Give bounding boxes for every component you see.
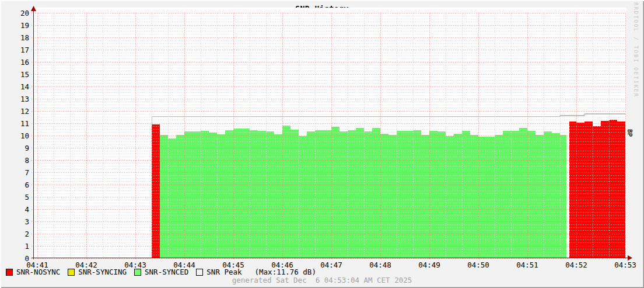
snr-bar (576, 123, 584, 258)
snr-bar (429, 131, 438, 258)
x-tick-label: 04:48 (369, 261, 391, 269)
x-tick-label: 04:47 (320, 261, 342, 269)
y-tick-label: 2 (24, 230, 29, 238)
snr-bar (160, 135, 168, 258)
snr-bar (617, 122, 625, 258)
snr-history-chart: 0123456789101112131415161718192004:4104:… (0, 0, 644, 288)
snr-bar (593, 126, 601, 258)
y-tick-label: 4 (24, 205, 29, 214)
peak-swatch-icon (196, 269, 203, 276)
snr-bar (258, 131, 266, 258)
y-tick-label: 6 (24, 181, 29, 189)
snr-bar (405, 131, 413, 258)
snr-bar (307, 131, 315, 258)
synced-swatch-icon (134, 269, 141, 276)
snr-bar (397, 131, 405, 258)
y-tick-label: 20 (20, 9, 29, 18)
rrdtool-watermark: RRDTOOL / TOBI OETIKER (633, 2, 639, 98)
snr-bar (421, 135, 429, 258)
snr-bar (454, 134, 462, 258)
snr-bar (192, 131, 201, 258)
x-axis-arrow-icon (628, 255, 632, 261)
y-tick-label: 17 (20, 46, 29, 54)
y-tick-label: 1 (24, 242, 29, 251)
y-tick-label: 18 (20, 33, 29, 42)
legend-item-peak: SNR Peak (196, 268, 242, 276)
snr-bar (176, 135, 184, 258)
snr-bar (495, 135, 503, 258)
legend-label-nosync: SNR-NOSYNC (16, 268, 60, 276)
snr-bar (462, 131, 470, 258)
generated-timestamp: generated Sat Dec 6 04:53:04 AM CET 2025 (0, 276, 644, 284)
y-tick-label: 3 (24, 217, 29, 226)
snr-bar (209, 133, 217, 258)
y-tick-label: 10 (20, 131, 29, 140)
legend-label-syncing: SNR-SYNCING (78, 268, 127, 276)
snr-bar (282, 126, 290, 258)
snr-bar (609, 120, 617, 258)
snr-bar (584, 122, 593, 258)
rrdtool-graph: SNR History 0123456789101112131415161718… (0, 0, 644, 288)
peak-max-value: (Max:11.76 dB) (255, 268, 316, 276)
y-tick-label: 19 (20, 21, 29, 30)
snr-bar (536, 135, 544, 258)
snr-bar (544, 131, 552, 258)
syncing-swatch-icon (68, 269, 75, 276)
legend-label-peak: SNR Peak (206, 268, 242, 276)
snr-bar (388, 135, 397, 258)
snr-bar (569, 122, 576, 258)
snr-bar (380, 134, 388, 258)
y-tick-label: 7 (24, 168, 29, 177)
snr-bar (364, 131, 372, 258)
x-tick-label: 04:53 (614, 261, 636, 269)
snr-bar (470, 135, 478, 258)
y-tick-label: 15 (20, 70, 29, 79)
y-tick-label: 16 (20, 58, 29, 67)
y-tick-label: 5 (24, 193, 29, 202)
snr-bar (184, 131, 192, 258)
legend-label-synced: SNR-SYNCED (145, 268, 188, 276)
y-tick-label: 8 (24, 156, 29, 165)
snr-bar (560, 135, 566, 258)
snr-bar (503, 131, 511, 258)
y-tick-label: 14 (20, 82, 29, 91)
snr-bar (201, 131, 209, 258)
y-tick-label: 9 (24, 144, 29, 152)
x-tick-label: 04:49 (418, 261, 440, 269)
snr-bar (340, 131, 348, 258)
legend: SNR-NOSYNC SNR-SYNCING SNR-SYNCED SNR Pe… (6, 268, 316, 276)
snr-bar (527, 131, 536, 258)
y-tick-label: 12 (20, 107, 29, 116)
x-tick-label: 04:50 (467, 261, 489, 269)
snr-bar (552, 133, 560, 258)
snr-bar (274, 134, 282, 258)
nosync-swatch-icon (6, 269, 13, 276)
snr-bar (266, 131, 274, 258)
snr-bar (217, 134, 225, 258)
snr-bar (331, 127, 340, 258)
y-tick-label: 11 (20, 119, 29, 128)
y-tick-label: 13 (20, 95, 29, 103)
right-axis-label-bp: BP (626, 129, 634, 137)
legend-item-nosync: SNR-NOSYNC (6, 268, 60, 276)
legend-item-syncing: SNR-SYNCING (68, 268, 127, 276)
x-tick-label: 04:51 (516, 261, 538, 269)
snr-bar (438, 131, 446, 258)
x-tick-label: 04:52 (565, 261, 587, 269)
snr-bar (511, 131, 519, 258)
legend-item-synced: SNR-SYNCED (134, 268, 188, 276)
